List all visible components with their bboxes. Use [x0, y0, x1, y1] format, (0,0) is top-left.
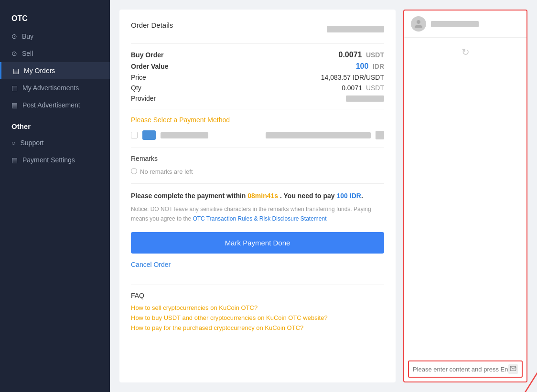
ads-icon: ▤: [11, 84, 18, 92]
buy-order-unit: USDT: [366, 51, 384, 59]
buy-order-label: Buy Order: [131, 51, 163, 59]
payment-name-blurred: [161, 132, 208, 138]
qty-unit: USDT: [366, 84, 384, 92]
payment-method-title: Please Select a Payment Method: [131, 116, 384, 124]
sidebar-item-my-orders[interactable]: ▤ My Orders: [0, 62, 110, 79]
remarks-title: Remarks: [131, 155, 384, 162]
provider-value-blurred: [346, 95, 384, 102]
sidebar-item-label: My Orders: [24, 67, 55, 74]
payment-checkbox[interactable]: [131, 132, 138, 138]
sidebar-item-sell[interactable]: ⊙ Sell: [0, 45, 110, 62]
sidebar-item-buy[interactable]: ⊙ Buy: [0, 28, 110, 45]
mark-payment-button[interactable]: Mark Payment Done: [131, 232, 384, 254]
sidebar-item-label: Buy: [22, 32, 33, 40]
qty-row: Qty 0.0071 USDT: [131, 84, 384, 92]
post-icon: ▤: [11, 101, 18, 109]
sidebar-item-post-advertisement[interactable]: ▤ Post Advertisement: [0, 96, 110, 114]
loading-spinner: ↻: [462, 46, 470, 58]
notice-small: Notice: DO NOT leave any sensitive chara…: [131, 205, 384, 223]
support-icon: ○: [11, 139, 15, 147]
order-details-title: Order Details: [131, 21, 173, 29]
qty-label: Qty: [131, 84, 141, 92]
otc-rules-link[interactable]: OTC Transaction Rules & Risk Disclosure …: [193, 215, 326, 222]
chat-loading: ↻: [409, 42, 522, 62]
qty-value: 0.0071 USDT: [342, 84, 384, 92]
sidebar-item-payment-settings[interactable]: ▤ Payment Settings: [0, 151, 110, 169]
chat-avatar: [411, 16, 426, 32]
buy-order-row: Buy Order 0.0071 USDT: [131, 51, 384, 59]
price-row: Price 14,083.57 IDR/USDT: [131, 74, 384, 81]
buy-icon: ⊙: [11, 32, 17, 40]
payment-method-row[interactable]: [131, 130, 384, 140]
payment-bank-icon: [142, 130, 156, 140]
sidebar-item-support[interactable]: ○ Support: [0, 134, 110, 151]
order-value-unit: IDR: [373, 63, 384, 70]
sidebar-other-title: Other: [0, 114, 110, 134]
chat-send-icon[interactable]: [508, 364, 518, 374]
sidebar-item-label: Support: [20, 139, 43, 147]
chat-header: [404, 11, 526, 38]
orders-icon: ▤: [13, 67, 19, 74]
order-value-label: Order Value: [131, 63, 169, 70]
provider-row: Provider: [131, 95, 384, 102]
order-value-row: Order Value 100 IDR: [131, 62, 384, 71]
chat-username-blurred: [431, 21, 479, 27]
payment-settings-icon: ▤: [11, 156, 18, 164]
payment-notice-amount: 100 IDR: [337, 192, 361, 200]
faq-link-3[interactable]: How to pay for the purchased cryptocurre…: [131, 324, 384, 331]
price-label: Price: [131, 74, 146, 81]
main-content: Order Details Buy Order 0.0071 USDT Orde…: [110, 0, 537, 392]
chat-input[interactable]: [413, 366, 508, 373]
sidebar-item-label: Post Advertisement: [22, 101, 80, 109]
svg-rect-0: [510, 366, 516, 371]
sidebar-item-label: Payment Settings: [22, 156, 75, 164]
payment-notice-suffix: . You need to pay: [280, 192, 335, 200]
order-panel: Order Details Buy Order 0.0071 USDT Orde…: [119, 10, 396, 382]
chat-input-row[interactable]: [408, 360, 523, 378]
order-details-header-row: Order Details: [131, 21, 384, 37]
payment-notice-time: 08min41s: [247, 192, 278, 200]
payment-details-blurred: [266, 132, 371, 138]
faq-title: FAQ: [131, 292, 384, 299]
remarks-empty: ⓘ No remarks are left: [131, 167, 384, 176]
payment-notice: Please complete the payment within 08min…: [131, 191, 384, 201]
faq-link-1[interactable]: How to sell cryptocurrencies on KuCoin O…: [131, 304, 384, 311]
provider-label: Provider: [131, 95, 156, 102]
payment-info-icon: [376, 131, 384, 139]
faq-link-2[interactable]: How to buy USDT and other cryptocurrenci…: [131, 314, 384, 321]
price-value: 14,083.57 IDR/USDT: [321, 74, 384, 81]
sidebar-item-label: My Advertisements: [22, 84, 79, 92]
payment-notice-prefix: Please complete the payment within: [131, 192, 246, 200]
cancel-order-link[interactable]: Cancel Order: [131, 261, 171, 268]
chat-body: ↻: [404, 38, 526, 360]
order-id-blurred: [327, 26, 384, 32]
chat-panel: ↻: [403, 10, 527, 382]
sidebar-item-my-advertisements[interactable]: ▤ My Advertisements: [0, 79, 110, 96]
sell-icon: ⊙: [11, 50, 17, 57]
buy-order-value: 0.0071 USDT: [338, 51, 384, 59]
sidebar-section-title: OTC: [0, 10, 110, 28]
info-icon: ⓘ: [131, 167, 137, 176]
sidebar: OTC ⊙ Buy ⊙ Sell ▤ My Orders ▤ My Advert…: [0, 0, 110, 392]
sidebar-item-label: Sell: [22, 50, 33, 57]
order-value-amount: 100 IDR: [356, 62, 384, 71]
